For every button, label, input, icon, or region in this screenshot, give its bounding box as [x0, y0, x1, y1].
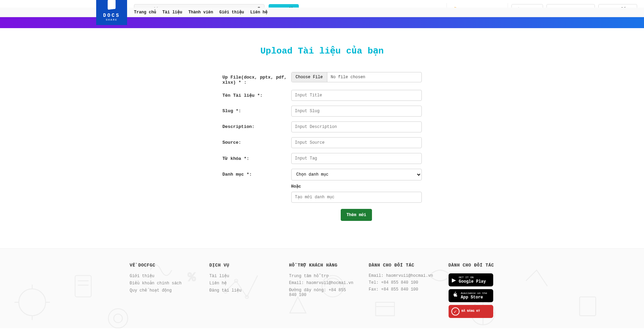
footer-partner1: DÀNH CHO ĐỐI TÁC Email: haomrvuii@hocmai…: [369, 262, 435, 318]
footer-partner1-title: DÀNH CHO ĐỐI TÁC: [369, 262, 435, 268]
slug-input[interactable]: [291, 106, 422, 117]
google-pre: GET IT ON: [459, 276, 474, 279]
footer-link-docs[interactable]: Tài liệu: [210, 273, 275, 279]
footer-support-center: Trung tâm hỗ trợ: [289, 273, 355, 279]
apple-name: App Store: [461, 295, 487, 300]
document-icon: [105, 0, 118, 11]
footer-partner1-fax: Fax: +84 855 840 100: [369, 287, 435, 292]
page-title: Upload Tài liệu của bạn: [140, 45, 504, 56]
footer-service: DỊCH VỤ Tài liệu Liên hệ Đăng tài liệu: [210, 262, 275, 318]
footer-support: HỖ TRỢ KHÁCH HÀNG Trung tâm hỗ trợ Email…: [289, 262, 355, 318]
logo-title: DOCS: [103, 13, 120, 18]
footer-about-title: VỀ DOCFGC: [130, 262, 196, 268]
app-store-badge[interactable]: Available on theApp Store: [449, 289, 493, 302]
cert-badge[interactable]: ✓ ĐÃ ĐĂNG KÝ: [449, 305, 493, 318]
google-name: Google Play: [459, 279, 486, 284]
footer-link-contact[interactable]: Liên hệ: [210, 281, 275, 286]
or-divider: Hoặc: [291, 184, 422, 189]
footer-partner1-email: Email: haomrvuii@hocmai.vn: [369, 273, 435, 278]
play-icon: ▶: [452, 276, 456, 284]
footer-partner2-title: DÀNH CHO ĐỐI TÁC: [449, 262, 515, 268]
footer-support-hotline: Đường dây nóng: +84 855 840 100: [289, 287, 355, 297]
nav-docs[interactable]: Tài liệu: [162, 10, 182, 15]
new-category-input[interactable]: [291, 192, 422, 203]
footer-service-title: DỊCH VỤ: [210, 262, 275, 268]
category-select[interactable]: Chọn danh mục: [291, 169, 422, 180]
main-content: Upload Tài liệu của bạn Up File(docx, pp…: [133, 45, 511, 221]
footer-support-title: HỖ TRỢ KHÁCH HÀNG: [289, 262, 355, 268]
cert-text: ĐÃ ĐĂNG KÝ: [462, 310, 480, 313]
google-play-badge[interactable]: ▶ GET IT ONGoogle Play: [449, 273, 493, 286]
apple-pre: Available on the: [461, 292, 487, 295]
source-label: Source:: [223, 137, 291, 145]
svg-rect-19: [580, 297, 596, 316]
footer-link-upload[interactable]: Đăng tài liệu: [210, 288, 275, 293]
nav-about[interactable]: Giới thiệu: [219, 10, 244, 15]
file-input-wrap: Choose File No file chosen: [291, 72, 422, 82]
svg-rect-4: [75, 275, 91, 297]
apple-icon: [452, 292, 458, 300]
check-icon: ✓: [451, 307, 460, 316]
logo-subtitle: SHARE: [106, 18, 117, 21]
footer-about: VỀ DOCFGC Giới thiệu Điều khoản chính sá…: [130, 262, 196, 318]
choose-file-button[interactable]: Choose File: [292, 72, 327, 82]
file-status: No file chosen: [327, 72, 421, 82]
footer-partner1-tel: Tel: +84 855 840 100: [369, 280, 435, 285]
title-input[interactable]: [291, 90, 422, 101]
category-label: Danh mục *:: [223, 169, 291, 177]
tag-label: Từ khóa *:: [223, 153, 291, 161]
tag-input[interactable]: [291, 153, 422, 164]
footer-partner2: DÀNH CHO ĐỐI TÁC ▶ GET IT ONGoogle Play …: [449, 262, 515, 318]
svg-point-3: [19, 289, 46, 316]
nav-members[interactable]: Thành viên: [188, 10, 213, 15]
footer-link-policy[interactable]: Quy chế hoạt động: [130, 288, 196, 293]
file-label: Up File(docx, pptx, pdf, xlsx) * :: [223, 72, 291, 85]
footer: % VỀ DOCFGC Giới thiệu Điều khoản chính …: [0, 248, 644, 328]
description-input[interactable]: [291, 121, 422, 132]
logo[interactable]: DOCS SHARE: [96, 0, 127, 25]
footer-support-email: Email: haomrvuii@hocmai.vn: [289, 281, 355, 285]
description-label: Description:: [223, 121, 291, 129]
title-label: Tên Tài liệu *:: [223, 90, 291, 98]
slug-label: Slug *:: [223, 106, 291, 114]
footer-link-terms[interactable]: Điều khoản chính sách: [130, 281, 196, 286]
submit-button[interactable]: Thêm mới: [341, 209, 372, 221]
source-input[interactable]: [291, 137, 422, 148]
footer-link-intro[interactable]: Giới thiệu: [130, 273, 196, 279]
nav-contact[interactable]: Liên hệ: [250, 10, 268, 15]
nav-home[interactable]: Trang chủ: [134, 10, 156, 15]
